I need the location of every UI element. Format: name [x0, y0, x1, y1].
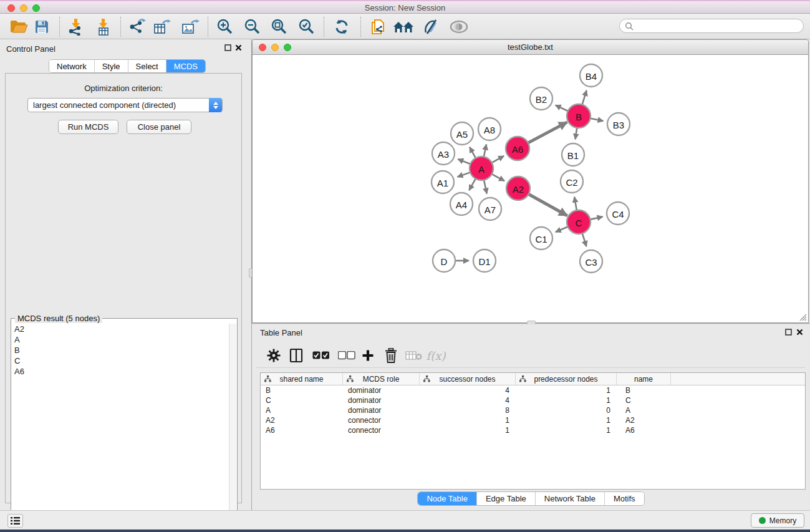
graph-edge[interactable] — [458, 172, 471, 177]
refresh-icon[interactable] — [331, 18, 352, 36]
table-cell[interactable]: 4 — [420, 385, 516, 395]
import-table-icon[interactable] — [92, 18, 113, 36]
table-cell[interactable]: B — [261, 385, 343, 395]
table-cell[interactable]: A6 — [617, 425, 671, 435]
graph-edge[interactable] — [582, 90, 587, 105]
table-cell[interactable]: A2 — [261, 415, 343, 425]
graph-node[interactable]: D — [433, 249, 455, 272]
table-row[interactable]: Adominator80A — [261, 405, 805, 415]
graph-edge[interactable] — [556, 105, 568, 111]
zoom-out-icon[interactable] — [242, 18, 263, 36]
graph-node[interactable]: A2 — [506, 177, 530, 200]
column-header[interactable]: successor nodes — [420, 373, 516, 385]
graph-edge[interactable] — [492, 174, 504, 181]
table-cell[interactable]: A2 — [617, 415, 671, 425]
table-cell[interactable]: 4 — [420, 395, 516, 405]
mcds-result-item[interactable]: A2 — [12, 324, 229, 334]
export-image-icon[interactable] — [180, 18, 201, 36]
column-header[interactable]: predecessor nodes — [516, 373, 617, 385]
network-canvas[interactable]: B4B2BB3A5A8A6A3B1AA1C2A2A4A7C4CC1C3DD1 — [253, 55, 808, 322]
graph-node[interactable]: A1 — [432, 171, 454, 193]
hide-labels-icon[interactable] — [421, 18, 442, 36]
graph-node[interactable]: B4 — [580, 64, 602, 87]
memory-button[interactable]: Memory — [751, 513, 804, 528]
delete-table-icon[interactable] — [405, 347, 423, 364]
graph-edge[interactable] — [574, 197, 577, 211]
float-table-panel-icon[interactable] — [785, 329, 792, 337]
gear-icon[interactable] — [264, 347, 283, 364]
graph-node[interactable]: A8 — [478, 118, 501, 140]
cybrowser-home-icon[interactable] — [393, 18, 414, 36]
table-cell[interactable]: 1 — [420, 425, 516, 435]
table-cell[interactable]: 1 — [420, 415, 516, 425]
zoom-selected-icon[interactable] — [296, 18, 317, 36]
graph-edge[interactable] — [556, 227, 568, 233]
zoom-fit-icon[interactable] — [269, 18, 290, 36]
graph-edge[interactable] — [582, 233, 587, 246]
mcds-result-item[interactable]: C — [12, 355, 229, 366]
graph-node[interactable]: C3 — [580, 250, 602, 273]
resize-grip-icon[interactable] — [798, 312, 807, 321]
tab-network[interactable]: Network — [49, 60, 95, 72]
run-mcds-button[interactable]: Run MCDS — [58, 120, 118, 134]
table-cell[interactable]: dominator — [343, 385, 420, 395]
tab-style[interactable]: Style — [95, 60, 128, 72]
graph-node[interactable]: C1 — [530, 227, 552, 249]
table-cell[interactable]: B — [617, 385, 671, 395]
clone-network-icon[interactable] — [368, 18, 389, 36]
graph-node[interactable]: C2 — [561, 170, 583, 193]
table-cell[interactable]: A6 — [261, 425, 343, 435]
column-header[interactable]: name — [617, 373, 671, 385]
export-network-icon[interactable] — [127, 18, 148, 36]
export-table-icon[interactable] — [152, 18, 173, 36]
network-window-titlebar[interactable]: testGlobe.txt — [253, 40, 808, 55]
show-columns-icon[interactable] — [287, 347, 306, 364]
mcds-result-list[interactable]: A2ABCA6 — [12, 324, 229, 532]
add-column-icon[interactable] — [359, 347, 377, 364]
close-panel-button[interactable]: Close panel — [127, 120, 191, 134]
table-row[interactable]: Cdominator41C — [261, 395, 805, 405]
graph-edge[interactable] — [470, 147, 476, 158]
table-cell[interactable]: A — [617, 405, 671, 415]
tab-node-table[interactable]: Node Table — [418, 492, 477, 505]
graph-edge[interactable] — [469, 179, 475, 191]
network-graph[interactable]: B4B2BB3A5A8A6A3B1AA1C2A2A4A7C4CC1C3DD1 — [253, 55, 808, 322]
zoom-in-icon[interactable] — [215, 18, 236, 36]
table-row[interactable]: Bdominator41B — [261, 385, 805, 395]
table-cell[interactable]: connector — [343, 425, 420, 435]
graph-node[interactable]: A7 — [479, 198, 501, 220]
graph-edge[interactable] — [576, 128, 577, 139]
graph-node[interactable]: B — [567, 104, 591, 128]
table-cell[interactable]: 0 — [516, 405, 617, 415]
column-header[interactable]: shared name — [261, 373, 343, 385]
function-builder-icon[interactable]: f(x) — [427, 347, 445, 364]
select-all-rows-icon[interactable] — [312, 347, 330, 364]
column-header[interactable]: MCDS role — [343, 373, 420, 385]
search-input[interactable] — [634, 22, 803, 31]
graph-edge[interactable] — [529, 194, 567, 216]
deselect-all-rows-icon[interactable] — [337, 347, 356, 364]
graph-node[interactable]: C — [567, 210, 591, 234]
tab-select[interactable]: Select — [128, 60, 166, 72]
graph-node[interactable]: B3 — [607, 113, 630, 135]
delete-column-icon[interactable] — [382, 347, 400, 364]
graph-node[interactable]: A — [470, 157, 493, 180]
table-cell[interactable]: 1 — [516, 425, 617, 435]
table-cell[interactable]: connector — [343, 415, 420, 425]
table-cell[interactable]: dominator — [343, 405, 420, 415]
tab-mcds[interactable]: MCDS — [166, 60, 205, 72]
open-file-icon[interactable] — [8, 18, 29, 36]
graph-edge[interactable] — [458, 159, 470, 164]
node-table[interactable]: shared nameMCDS rolesuccessor nodesprede… — [260, 372, 806, 490]
graph-node[interactable]: C4 — [607, 202, 629, 225]
graph-edge[interactable] — [591, 216, 603, 219]
graph-node[interactable]: A3 — [432, 142, 455, 165]
float-panel-icon[interactable] — [224, 44, 231, 52]
table-cell[interactable]: C — [261, 395, 343, 405]
table-cell[interactable]: dominator — [343, 395, 420, 405]
tab-edge-table[interactable]: Edge Table — [477, 492, 536, 505]
table-cell[interactable]: 1 — [516, 415, 617, 425]
graph-edge[interactable] — [492, 156, 504, 163]
graph-node[interactable]: B1 — [562, 143, 584, 166]
tab-motifs[interactable]: Motifs — [605, 492, 644, 505]
